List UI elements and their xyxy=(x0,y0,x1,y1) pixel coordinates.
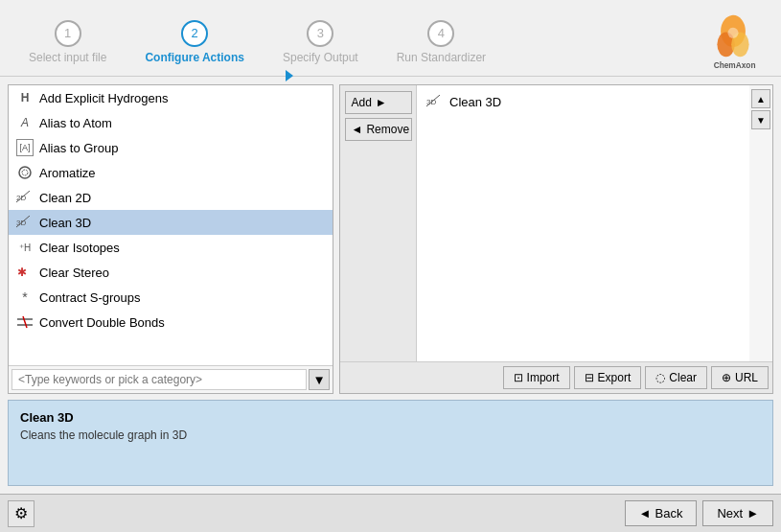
chevron-down-icon: ▼ xyxy=(312,373,325,387)
selected-clean-3d-icon: 3D xyxy=(426,93,444,110)
move-up-button[interactable]: ▲ xyxy=(751,89,770,108)
chemaxon-logo: ChemAxon xyxy=(704,13,762,71)
action-label-contract-s-groups: Contract S-groups xyxy=(39,290,141,305)
url-button[interactable]: ⊕ URL xyxy=(711,366,769,389)
step-circle-4: 4 xyxy=(427,20,454,47)
action-label-clean-3d: Clean 3D xyxy=(39,216,91,230)
action-label-alias-to-group: Alias to Group xyxy=(39,141,118,155)
step-label-3: Specify Output xyxy=(283,51,358,64)
add-label: Add xyxy=(352,96,372,109)
clear-button[interactable]: ◌ Clear xyxy=(645,366,707,389)
footer-right: ◄ Back Next ► xyxy=(625,500,773,526)
import-icon: ⊡ xyxy=(514,371,523,384)
action-item-aromatize[interactable]: Aromatize xyxy=(9,160,333,185)
svg-point-3 xyxy=(727,27,738,37)
description-text: Cleans the molecule graph in 3D xyxy=(20,428,761,442)
url-icon: ⊕ xyxy=(722,371,731,384)
action-item-alias-to-group[interactable]: [A] Alias to Group xyxy=(9,135,333,160)
clear-stereo-icon: ✱ xyxy=(16,264,34,281)
search-row: ▼ xyxy=(9,365,333,393)
description-title: Clean 3D xyxy=(20,410,761,425)
clean-3d-icon: 3D xyxy=(16,214,34,231)
description-panel: Clean 3D Cleans the molecule graph in 3D xyxy=(8,400,773,486)
back-arrow-icon: ◄ xyxy=(639,506,652,520)
svg-point-5 xyxy=(19,167,31,178)
action-item-alias-to-atom[interactable]: A Alias to Atom xyxy=(9,110,333,135)
import-button[interactable]: ⊡ Import xyxy=(503,366,570,389)
step-label-4: Run Standardizer xyxy=(397,51,486,64)
clear-label: Clear xyxy=(669,371,697,384)
wizard-steps: 1 Select input file 2 Configure Actions … xyxy=(10,20,695,64)
back-label: Back xyxy=(655,506,682,520)
clean-2d-icon: 2D xyxy=(16,189,34,206)
action-label-clear-stereo: Clear Stereo xyxy=(39,266,109,280)
action-label-clear-isotopes: Clear Isotopes xyxy=(39,241,120,255)
step-circle-1: 1 xyxy=(55,20,81,47)
step-circle-3: 3 xyxy=(307,20,333,47)
step-active-arrow xyxy=(286,70,301,81)
add-remove-buttons: Add ► ◄ Remove xyxy=(340,85,417,361)
action-item-clear-stereo[interactable]: ✱ Clear Stereo xyxy=(9,260,333,285)
export-label: Export xyxy=(598,371,632,384)
svg-line-14 xyxy=(23,316,27,328)
search-input[interactable] xyxy=(11,369,307,390)
convert-double-bonds-icon xyxy=(16,313,34,331)
search-dropdown-button[interactable]: ▼ xyxy=(309,369,330,390)
wizard-step-2: 2 Configure Actions xyxy=(145,20,244,64)
svg-text:✱: ✱ xyxy=(17,266,27,279)
action-item-add-explicit-hydrogens[interactable]: H Add Explicit Hydrogens xyxy=(9,85,333,110)
gear-icon: ⚙ xyxy=(14,504,28,522)
add-arrow-icon: ► xyxy=(376,96,387,109)
main-container: 1 Select input file 2 Configure Actions … xyxy=(0,0,781,532)
action-item-clear-isotopes[interactable]: ⁺H Clear Isotopes xyxy=(9,235,333,260)
move-down-button[interactable]: ▼ xyxy=(751,110,770,129)
alias-to-atom-icon: A xyxy=(16,114,34,131)
export-icon: ⊟ xyxy=(585,371,594,384)
step-circle-2: 2 xyxy=(181,20,208,47)
wizard-step-3: 3 Specify Output xyxy=(283,20,358,64)
action-label-aromatize: Aromatize xyxy=(39,166,96,180)
remove-label: Remove xyxy=(366,123,409,136)
add-button[interactable]: Add ► xyxy=(345,91,412,114)
footer: ⚙ ◄ Back Next ► xyxy=(0,494,781,532)
next-label: Next xyxy=(717,506,743,520)
action-item-clean-3d[interactable]: 3D Clean 3D xyxy=(9,210,333,235)
arrow-up-icon: ▲ xyxy=(756,94,766,104)
action-item-convert-double-bonds[interactable]: Convert Double Bonds xyxy=(9,310,333,335)
add-explicit-hydrogens-icon: H xyxy=(16,89,34,106)
action-label-clean-2d: Clean 2D xyxy=(39,191,91,205)
url-label: URL xyxy=(735,371,758,384)
action-item-clean-2d[interactable]: 2D Clean 2D xyxy=(9,185,333,210)
next-button[interactable]: Next ► xyxy=(702,500,773,526)
selected-action-label: Clean 3D xyxy=(449,95,501,109)
action-label-alias-to-atom: Alias to Atom xyxy=(39,116,112,130)
import-label: Import xyxy=(527,371,560,384)
right-inner: Add ► ◄ Remove 3D xyxy=(340,85,772,361)
alias-to-group-icon: [A] xyxy=(16,139,34,156)
selected-action-clean-3d[interactable]: 3D Clean 3D xyxy=(421,89,746,114)
action-list[interactable]: H Add Explicit Hydrogens A Alias to Atom… xyxy=(9,85,333,365)
action-item-contract-s-groups[interactable]: * Contract S-groups xyxy=(9,285,333,310)
next-arrow-icon: ► xyxy=(747,506,759,520)
content-area: H Add Explicit Hydrogens A Alias to Atom… xyxy=(0,77,781,494)
svg-text:ChemAxon: ChemAxon xyxy=(714,60,756,70)
step-label-1: Select input file xyxy=(29,51,106,64)
aromatize-icon xyxy=(16,164,34,181)
right-panel: Add ► ◄ Remove 3D xyxy=(339,84,773,394)
logo-area: ChemAxon xyxy=(695,13,771,71)
clear-icon: ◌ xyxy=(655,371,665,384)
footer-left: ⚙ xyxy=(8,500,34,527)
export-button[interactable]: ⊟ Export xyxy=(574,366,642,389)
back-button[interactable]: ◄ Back xyxy=(625,500,698,526)
svg-point-6 xyxy=(22,170,28,175)
remove-arrow-icon: ◄ xyxy=(352,123,363,136)
action-label-add-explicit-hydrogens: Add Explicit Hydrogens xyxy=(39,91,168,105)
contract-s-groups-icon: * xyxy=(16,289,34,306)
clear-isotopes-icon: ⁺H xyxy=(16,239,34,256)
step-label-2: Configure Actions xyxy=(145,51,244,64)
action-label-convert-double-bonds: Convert Double Bonds xyxy=(39,315,165,330)
selected-actions-area[interactable]: 3D Clean 3D xyxy=(417,85,749,361)
remove-button[interactable]: ◄ Remove xyxy=(345,118,412,141)
settings-button[interactable]: ⚙ xyxy=(8,500,34,527)
wizard-step-1: 1 Select input file xyxy=(29,20,106,64)
